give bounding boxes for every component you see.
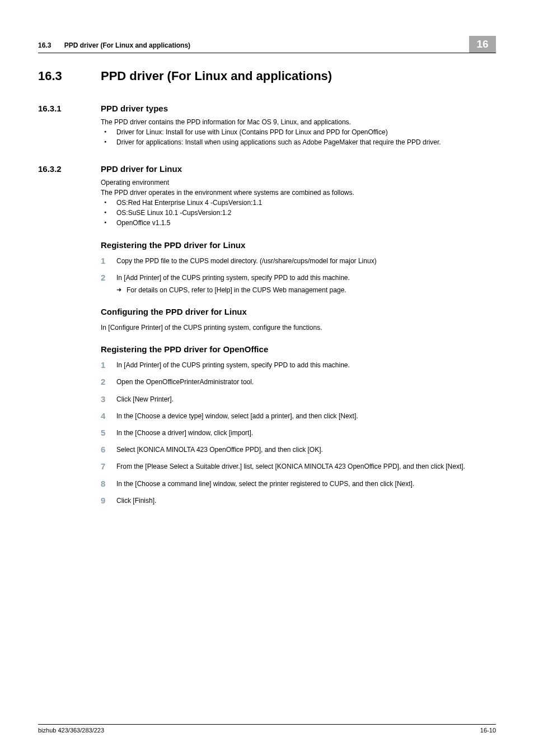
list-item: Open the OpenOfficePrinterAdministrator … <box>101 377 496 386</box>
step-text: In the [Choose a device type] window, se… <box>116 412 358 420</box>
footer-right: 16-10 <box>480 727 496 734</box>
step-list: In [Add Printer] of the CUPS printing sy… <box>101 361 496 505</box>
heading-1-text: PPD driver (For Linux and applications) <box>101 69 332 83</box>
list-item: Driver for applications: Install when us… <box>101 138 496 147</box>
page: 16.3 PPD driver (For Linux and applicati… <box>0 0 534 505</box>
step-text: Click [New Printer]. <box>116 395 174 403</box>
step-text: In the [Choose a driver] window, click [… <box>116 429 253 437</box>
step-text: Copy the PPD file to the CUPS model dire… <box>116 257 377 265</box>
step-sub: For details on CUPS, refer to [Help] in … <box>116 286 496 295</box>
list-item: In the [Choose a command line] window, s… <box>101 479 496 488</box>
heading-2-text: PPD driver for Linux <box>101 164 182 174</box>
heading-3: Configuring the PPD driver for Linux <box>101 307 496 316</box>
footer-row: bizhub 423/363/283/223 16-10 <box>38 727 496 734</box>
header-rule <box>38 53 496 53</box>
list-item: In the [Choose a device type] window, se… <box>101 412 496 421</box>
step-text: In [Add Printer] of the CUPS printing sy… <box>116 274 350 282</box>
bullet-list: OS:Red Hat Enterprise Linux 4 -CupsVersi… <box>101 198 496 228</box>
heading-2-text: PPD driver types <box>101 104 168 113</box>
step-text: Select [KONICA MINOLTA 423 OpenOffice PP… <box>116 446 323 454</box>
section-body: Operating environment The PPD driver ope… <box>101 178 496 228</box>
heading-2: 16.3.1 PPD driver types <box>38 104 496 113</box>
page-header: 16.3 PPD driver (For Linux and applicati… <box>38 32 496 53</box>
paragraph: The PPD driver contains the PPD informat… <box>101 118 496 127</box>
list-item: From the [Please Select a Suitable drive… <box>101 462 496 471</box>
heading-2-num: 16.3.2 <box>38 164 101 174</box>
heading-2-num: 16.3.1 <box>38 104 101 113</box>
heading-3: Registering the PPD driver for OpenOffic… <box>101 344 496 354</box>
step-list: Copy the PPD file to the CUPS model dire… <box>101 256 496 295</box>
footer-left: bizhub 423/363/283/223 <box>38 727 104 734</box>
running-head: 16.3 PPD driver (For Linux and applicati… <box>38 41 190 53</box>
section-body: In [Configure Printer] of the CUPS print… <box>101 323 496 332</box>
paragraph: Operating environment <box>101 178 496 187</box>
list-item: Copy the PPD file to the CUPS model dire… <box>101 256 496 265</box>
step-text: Click [Finish]. <box>116 497 156 505</box>
running-head-title: PPD driver (For Linux and applications) <box>64 41 190 49</box>
paragraph: The PPD driver operates in the environme… <box>101 188 496 197</box>
step-text: From the [Please Select a Suitable drive… <box>116 463 465 470</box>
footer-rule <box>38 724 496 725</box>
list-item: OS:SuSE Linux 10.1 -CupsVersion:1.2 <box>101 208 496 217</box>
bullet-list: Driver for Linux: Install for use with L… <box>101 128 496 147</box>
section-body: The PPD driver contains the PPD informat… <box>101 118 496 147</box>
running-head-num: 16.3 <box>38 41 51 49</box>
step-text: In [Add Printer] of the CUPS printing sy… <box>116 361 350 369</box>
chapter-badge: 16 <box>469 36 496 53</box>
list-item: Click [New Printer]. <box>101 395 496 404</box>
list-item: OpenOffice v1.1.5 <box>101 218 496 227</box>
page-footer: bizhub 423/363/283/223 16-10 <box>38 724 496 734</box>
list-item: Select [KONICA MINOLTA 423 OpenOffice PP… <box>101 445 496 454</box>
list-item: Click [Finish]. <box>101 496 496 505</box>
heading-1-num: 16.3 <box>38 69 101 83</box>
list-item: In the [Choose a driver] window, click [… <box>101 428 496 437</box>
step-text: Open the OpenOfficePrinterAdministrator … <box>116 378 254 386</box>
heading-3: Registering the PPD driver for Linux <box>101 240 496 250</box>
content: 16.3 PPD driver (For Linux and applicati… <box>38 69 496 505</box>
step-text: In the [Choose a command line] window, s… <box>116 480 414 488</box>
list-item: Driver for Linux: Install for use with L… <box>101 128 496 137</box>
list-item: In [Add Printer] of the CUPS printing sy… <box>101 273 496 295</box>
paragraph: In [Configure Printer] of the CUPS print… <box>101 323 496 332</box>
heading-2: 16.3.2 PPD driver for Linux <box>38 164 496 174</box>
heading-1: 16.3 PPD driver (For Linux and applicati… <box>38 69 496 83</box>
list-item: OS:Red Hat Enterprise Linux 4 -CupsVersi… <box>101 198 496 207</box>
list-item: In [Add Printer] of the CUPS printing sy… <box>101 361 496 370</box>
